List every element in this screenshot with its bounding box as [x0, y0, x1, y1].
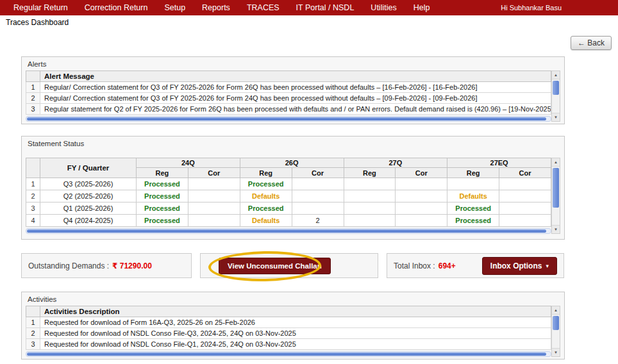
status-cell: [344, 190, 396, 203]
alert-row-number: 1: [26, 82, 40, 93]
scrollbar-thumb[interactable]: [553, 168, 559, 208]
alerts-panel: Alerts Alert Message 1 Regular/ Correcti…: [21, 56, 565, 124]
alerts-horizontal-scrollbar[interactable]: [26, 116, 551, 122]
menu-help[interactable]: Help: [405, 3, 438, 12]
menu-utilities[interactable]: Utilities: [362, 3, 405, 12]
activities-num-header: [26, 306, 40, 317]
challan-button-wrap: View Unconsumed Challan: [219, 258, 331, 274]
top-menu-bar: Regular Return Correction Return Setup R…: [0, 0, 618, 15]
status-cell: [499, 178, 551, 190]
status-cell: Processed: [447, 215, 499, 227]
alerts-vertical-scrollbar[interactable]: ▲ ▼: [551, 70, 560, 122]
back-button[interactable]: ← Back: [571, 36, 612, 50]
status-cell: Processed: [240, 178, 292, 190]
status-cell: Processed: [137, 178, 188, 190]
statement-status-title: Statement Status: [22, 136, 564, 150]
menu-reports[interactable]: Reports: [194, 3, 238, 12]
activity-row-text: Requested for download of Form 16A-Q3, 2…: [40, 317, 551, 328]
scroll-down-icon[interactable]: ▼: [552, 225, 560, 233]
status-cell: [396, 215, 447, 227]
scroll-down-icon[interactable]: ▼: [552, 348, 560, 356]
status-cell: Processed: [137, 215, 188, 227]
statement-row-number: 2: [26, 190, 40, 203]
status-cell: Processed: [240, 203, 292, 215]
menu-it-portal-nsdl[interactable]: IT Portal / NSDL: [288, 3, 363, 12]
status-cell: [396, 190, 447, 203]
statement-num-header: [26, 158, 40, 178]
alert-row-text: Regular/ Correction statement for Q3 of …: [40, 82, 551, 93]
scroll-down-icon[interactable]: ▼: [552, 113, 560, 121]
activities-vertical-scrollbar[interactable]: ▲ ▼: [551, 306, 560, 357]
activity-row: 1 Requested for download of Form 16A-Q3,…: [26, 317, 551, 328]
scrollbar-thumb[interactable]: [27, 352, 546, 356]
statement-row-number: 1: [26, 178, 40, 190]
status-cell: [188, 190, 240, 203]
scrollbar-thumb[interactable]: [553, 316, 559, 330]
summary-row: Outstanding Demands : ₹ 71290.00 View Un…: [21, 253, 565, 278]
activity-row-text: Requested for download of NSDL Conso Fil…: [40, 328, 551, 339]
status-cell: [499, 215, 551, 227]
fy-quarter-cell: Q3 (2025-2026): [40, 178, 137, 190]
status-cell: [292, 190, 344, 203]
outstanding-demands-value: ₹ 71290.00: [112, 261, 152, 270]
status-cell: [188, 178, 240, 190]
status-cell: [499, 190, 551, 203]
alerts-table-wrap: Alert Message 1 Regular/ Correction stat…: [26, 70, 560, 122]
total-inbox-box: Total Inbox : 694+ Inbox Options ▾: [387, 253, 564, 278]
status-cell: [344, 178, 396, 190]
group-header-27q: 27Q: [344, 158, 447, 168]
view-unconsumed-challan-button[interactable]: View Unconsumed Challan: [219, 258, 331, 274]
status-cell: [396, 203, 447, 215]
scroll-up-icon[interactable]: ▲: [552, 158, 560, 167]
scrollbar-thumb[interactable]: [27, 117, 546, 120]
scrollbar-thumb[interactable]: [27, 229, 546, 233]
alert-row-number: 3: [26, 104, 40, 115]
alert-row: 1 Regular/ Correction statement for Q3 o…: [26, 82, 551, 93]
status-cell: [292, 203, 344, 215]
back-button-label: Back: [587, 38, 605, 47]
alerts-panel-title: Alerts: [22, 57, 564, 70]
status-cell: Processed: [447, 203, 499, 215]
status-cell: [344, 203, 396, 215]
fy-quarter-cell: Q2 (2025-2026): [40, 190, 137, 203]
scroll-up-icon[interactable]: ▲: [552, 71, 560, 79]
status-cell: [188, 215, 240, 227]
status-cell: Defaults: [447, 190, 499, 203]
alert-row-number: 2: [26, 93, 40, 104]
inbox-options-button[interactable]: Inbox Options ▾: [482, 257, 557, 275]
statement-vertical-scrollbar[interactable]: ▲ ▼: [551, 158, 560, 234]
sub-header-cor: Cor: [396, 168, 447, 178]
scrollbar-thumb[interactable]: [553, 81, 559, 95]
alerts-num-header: [26, 71, 40, 82]
status-cell: [447, 178, 499, 190]
sub-header-cor: Cor: [499, 168, 551, 178]
statement-row-number: 4: [26, 215, 40, 227]
statement-row-number: 3: [26, 203, 40, 215]
menu-traces[interactable]: TRACES: [238, 3, 288, 12]
activities-table-wrap: Activities Description 1 Requested for d…: [26, 306, 560, 357]
sub-header-reg: Reg: [137, 168, 188, 178]
activity-row-number: 3: [26, 339, 40, 350]
sub-header-reg: Reg: [447, 168, 499, 178]
menu-setup[interactable]: Setup: [156, 3, 194, 12]
scroll-up-icon[interactable]: ▲: [552, 306, 560, 315]
sub-header-reg: Reg: [240, 168, 292, 178]
statement-horizontal-scrollbar[interactable]: [26, 228, 551, 234]
statement-row: 3 Q1 (2025-2026) Processed Processed Pro…: [26, 203, 551, 215]
menu-correction-return[interactable]: Correction Return: [76, 3, 156, 12]
unconsumed-challan-box: View Unconsumed Challan: [200, 253, 378, 278]
outstanding-demands-box: Outstanding Demands : ₹ 71290.00: [21, 253, 192, 278]
alerts-table: Alert Message 1 Regular/ Correction stat…: [26, 70, 551, 115]
activity-row-text: Requested for download of NSDL Conso Fil…: [40, 339, 551, 350]
group-header-27eq: 27EQ: [447, 158, 551, 168]
activity-row: 3 Requested for download of NSDL Conso F…: [26, 339, 551, 350]
menu-regular-return[interactable]: Regular Return: [5, 3, 76, 12]
alert-row-text: Regular statement for Q2 of FY 2025-2026…: [40, 104, 551, 115]
alert-row: 2 Regular/ Correction statement for Q3 o…: [26, 93, 551, 104]
status-cell: Processed: [137, 203, 188, 215]
status-cell: Defaults: [240, 190, 292, 203]
status-cell: [188, 203, 240, 215]
activities-horizontal-scrollbar[interactable]: [26, 351, 551, 357]
fy-quarter-cell: Q4 (2024-2025): [40, 215, 137, 227]
statement-row: 2 Q2 (2025-2026) Processed Defaults Defa…: [26, 190, 551, 203]
